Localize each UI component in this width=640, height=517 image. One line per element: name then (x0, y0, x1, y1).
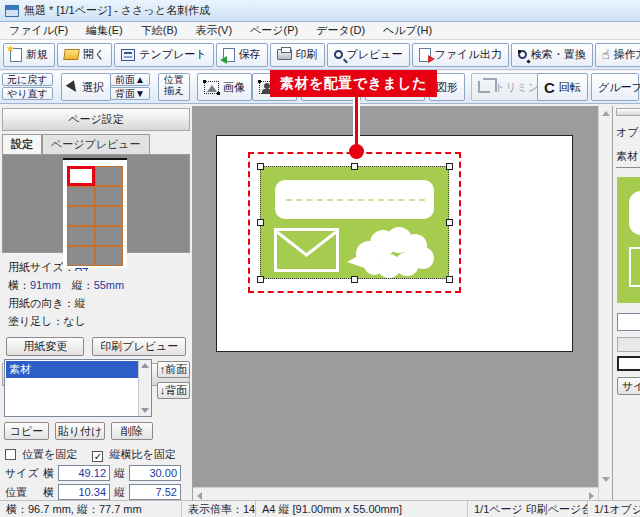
copy-button[interactable]: コピー (4, 422, 49, 440)
object-list-scrollbar[interactable] (138, 360, 151, 416)
scroll-down-icon[interactable] (602, 477, 610, 482)
paste-button[interactable]: 貼り付け (55, 422, 105, 440)
size-width-field[interactable] (58, 465, 110, 481)
status-bar: 横：96.7 mm, 縦：77.7 mm 表示倍率：144% A4 縦 [91.… (0, 500, 640, 517)
menu-edit[interactable]: 編集(E) (77, 21, 132, 40)
resize-handle-sw[interactable] (257, 276, 264, 283)
fix-position-check-icon[interactable] (5, 449, 16, 460)
print-preview-button[interactable]: 印刷プレビュー (92, 337, 186, 356)
paper-layout-preview (2, 154, 190, 253)
resize-handle-e[interactable] (446, 219, 453, 226)
print-button[interactable]: 印刷 (270, 43, 325, 67)
align-button[interactable]: 位置 揃え (158, 73, 190, 101)
fix-aspect-checkbox[interactable]: ✓ 縦横比を固定 (92, 448, 175, 460)
group-button[interactable]: グループ (591, 73, 639, 101)
resize-handle-se[interactable] (446, 276, 453, 283)
rotate-icon: C (544, 80, 555, 95)
new-button[interactable]: ★ 新規 (3, 43, 55, 67)
undo-button[interactable]: 元に戻す (2, 73, 53, 86)
orientation-value: 縦 (75, 297, 86, 309)
preview-button[interactable]: プレビュー (327, 43, 410, 67)
search-icon (518, 50, 527, 59)
scroll-down-icon[interactable] (141, 408, 149, 413)
scroll-up-icon[interactable] (602, 111, 610, 116)
change-paper-button[interactable]: 用紙変更 (6, 337, 84, 356)
menu-page[interactable]: ページ(P) (241, 21, 307, 40)
position-x-field[interactable] (58, 484, 110, 500)
template-button[interactable]: テンプレート (114, 43, 213, 67)
scroll-right-icon[interactable] (589, 492, 594, 500)
material-size-button[interactable]: サイズ (617, 377, 640, 395)
position-y-field[interactable] (129, 484, 181, 500)
resize-handle-nw[interactable] (257, 163, 264, 170)
size-h-label: 縦 (114, 466, 125, 481)
hand-pointer-icon: ☝ (602, 48, 610, 61)
card-page[interactable] (216, 135, 573, 352)
scroll-left-icon[interactable] (197, 492, 202, 500)
object-list[interactable]: 素材 (4, 359, 152, 417)
active-card-cell[interactable] (67, 166, 95, 186)
resize-handle-s[interactable] (351, 276, 358, 283)
delete-button[interactable]: 削除 (111, 422, 153, 440)
material-input[interactable] (617, 313, 640, 331)
tutorial-callout: 素材を配置できました (270, 70, 437, 97)
tab-page-preview[interactable]: ページプレビュー (42, 134, 150, 154)
new-file-icon: ★ (10, 48, 22, 62)
image-button[interactable]: 画像 (197, 73, 252, 101)
resize-handle-w[interactable] (257, 219, 264, 226)
bleed-value: なし (64, 315, 87, 327)
tab-settings[interactable]: 設定 (2, 134, 42, 154)
resize-handle-n[interactable] (351, 163, 358, 170)
how-to-button[interactable]: ☝ 操作方法 (595, 43, 640, 67)
main-toolbar: ★ 新規 開く テンプレート 保存 印刷 プレビュー ファイル出力 (0, 40, 640, 70)
resize-handle-ne[interactable] (446, 163, 453, 170)
zoom-level-status: 表示倍率：144% (182, 501, 256, 517)
scroll-up-icon[interactable] (141, 363, 149, 368)
image-icon (204, 81, 219, 94)
menu-background[interactable]: 下絵(B) (132, 21, 187, 40)
menu-data[interactable]: データ(D) (307, 21, 374, 40)
printer-icon (277, 49, 292, 60)
material-option-row-selected[interactable] (617, 356, 640, 371)
vertical-scrollbar[interactable] (598, 106, 612, 500)
callout-pin-dot (349, 144, 364, 159)
size-label: サイズ (5, 466, 39, 481)
horizontal-scrollbar[interactable] (193, 487, 598, 500)
send-back-button[interactable]: 背面▼ (110, 87, 150, 100)
select-cursor-icon (66, 80, 81, 95)
template-icon (121, 49, 135, 61)
rotate-button[interactable]: C 回転 (537, 73, 588, 101)
size-height-field[interactable] (129, 465, 181, 481)
card-name-box (275, 180, 434, 219)
redo-button[interactable]: やり直す (2, 87, 53, 100)
material-thumbnail[interactable] (617, 177, 640, 303)
pos-x-label: 横 (43, 485, 54, 500)
material-tab[interactable]: 素材 (616, 149, 640, 168)
select-button[interactable]: 選択 (61, 73, 111, 101)
thumbnail-envelope-shape (629, 247, 640, 287)
paper-size-status: A4 縦 [91.00mm x 55.00mm] (256, 501, 468, 517)
menu-help[interactable]: ヘルプ(H) (374, 21, 441, 40)
fix-position-checkbox[interactable]: 位置を固定 (5, 448, 80, 460)
position-label: 位置 (5, 485, 39, 500)
open-button[interactable]: 開く (57, 43, 112, 67)
material-card-object[interactable] (260, 166, 449, 279)
envelope-icon (274, 228, 339, 272)
file-output-button[interactable]: ファイル出力 (412, 43, 509, 67)
object-back-button[interactable]: ↓背面 (157, 382, 190, 399)
object-list-item[interactable]: 素材 (6, 361, 150, 378)
search-replace-button[interactable]: 検索・置換 (511, 43, 593, 67)
material-option-row[interactable] (617, 337, 640, 352)
fix-aspect-check-icon[interactable]: ✓ (92, 451, 103, 462)
app-icon (5, 5, 19, 17)
menu-bar: ファイル(F) 編集(E) 下絵(B) 表示(V) ページ(P) データ(D) … (0, 22, 640, 40)
menu-file[interactable]: ファイル(F) (0, 21, 77, 40)
design-canvas[interactable] (193, 106, 598, 487)
bring-front-button[interactable]: 前面▲ (110, 73, 150, 86)
object-front-button[interactable]: ↑前面 (157, 361, 190, 378)
menu-view[interactable]: 表示(V) (186, 21, 241, 40)
paper-height-value: 55mm (94, 279, 125, 291)
save-button[interactable]: 保存 (216, 43, 268, 67)
file-output-icon (419, 48, 431, 62)
window-title: 無題 * [1/1ページ] - ささっと名刺作成 (24, 3, 210, 18)
